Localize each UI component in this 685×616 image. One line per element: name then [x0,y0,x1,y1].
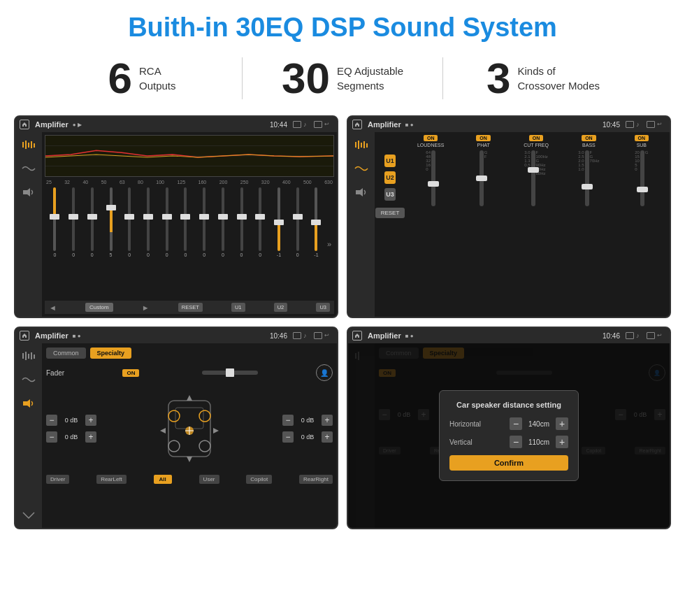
btn-all[interactable]: All [154,475,172,484]
sub-on-badge[interactable]: ON [635,135,649,141]
phat-on-badge[interactable]: ON [476,135,491,141]
screens-grid: Amplifier ● ▶ 10:44 ♪ ↩ [0,110,685,536]
dialog-horizontal-label: Horizontal [449,420,481,428]
fader-left: − 0 dB + − 0 dB + [46,415,96,443]
eq-right-arrow[interactable]: » [326,187,333,301]
fader-plus-3[interactable]: + [322,415,333,426]
fader-db-val-4: 0 dB [296,434,319,440]
tab-common[interactable]: Common [46,348,86,359]
phat-slider[interactable] [480,150,484,206]
fader-plus-4[interactable]: + [322,431,333,443]
eq-slider-13[interactable]: -1 [271,187,288,257]
screen2-icon-1 [626,121,634,128]
svg-rect-2 [22,142,24,148]
stat-crossover: 3 Kinds ofCrossover Modes [443,57,643,100]
svg-point-30 [199,440,210,452]
expand-icon-3[interactable] [20,508,38,522]
fader-minus-4[interactable]: − [282,431,294,443]
btn-user[interactable]: User [199,475,219,484]
dialog-confirm-button[interactable]: Confirm [449,455,568,471]
eq-u1-btn[interactable]: U1 [231,303,245,312]
eq-freq-labels: 2532405063 80100125160200 25032040050063… [45,180,334,185]
user-icon-circle[interactable]: 👤 [316,364,333,381]
wave-icon-1[interactable] [20,162,38,176]
eq-slider-10[interactable]: 0 [214,187,231,257]
fader-minus-2[interactable]: − [46,431,57,443]
screen4-dots: ■ ● [405,333,414,339]
screen1-content: 2532405063 80100125160200 25032040050063… [15,132,337,317]
eq-slider-11[interactable]: 0 [233,187,250,257]
eq-prev-arrow[interactable]: ◄ [49,303,57,312]
eq-slider-15[interactable]: -1 [308,187,325,257]
dialog-title: Car speaker distance setting [449,401,568,409]
fader-tabs: Common Specialty [46,348,333,359]
speaker-icon-1[interactable] [20,185,38,199]
svg-rect-13 [358,141,359,149]
eq-slider-8[interactable]: 0 [177,187,194,257]
bass-on-badge[interactable]: ON [582,135,596,141]
screen2-status-bar: Amplifier ■ ● 10:45 ♪ ↩ [348,117,670,132]
eq-slider-3[interactable]: 0 [83,187,101,257]
eq-reset-btn[interactable]: RESET [178,303,203,312]
svg-rect-12 [355,142,356,148]
stat-number-3: 3 [486,57,510,100]
channel-u3[interactable]: U3 [384,188,396,201]
loudness-label: LOUDNESS [417,143,445,148]
screen1-icon-3 [314,121,322,128]
fader-minus-3[interactable]: − [282,415,294,426]
dialog-horizontal-plus[interactable]: + [556,417,568,430]
fader-db-row-2: − 0 dB + [46,431,96,443]
eq-next-arrow[interactable]: ► [142,303,150,312]
svg-rect-19 [22,353,24,359]
eq-slider-2[interactable]: 0 [65,187,82,257]
dialog-vertical-plus[interactable]: + [556,436,568,448]
speaker-icon-3[interactable] [20,396,38,410]
eq-slider-12[interactable]: 0 [252,187,269,257]
eq-slider-4[interactable]: 5 [102,187,120,257]
eq-slider-14[interactable]: 0 [289,187,306,257]
eq-u3-btn[interactable]: U3 [316,303,330,312]
svg-marker-36 [160,428,166,434]
btn-driver[interactable]: Driver [46,475,69,484]
loudness-slider[interactable] [431,150,435,206]
sub-slider[interactable] [640,150,644,206]
reset-btn-s2[interactable]: RESET [375,208,405,218]
cutfreq-slider[interactable] [531,150,535,206]
fader-plus-1[interactable]: + [85,415,96,426]
dialog-horizontal-minus[interactable]: − [510,417,522,430]
wave-icon-3[interactable] [20,373,38,387]
cutfreq-on-badge[interactable]: ON [529,135,544,141]
eq-slider-7[interactable]: 0 [158,187,175,257]
tab-specialty[interactable]: Specialty [90,348,132,359]
channel-u2[interactable]: U2 [384,171,396,184]
eq-slider-5[interactable]: 0 [121,187,138,257]
screen1-status-bar: Amplifier ● ▶ 10:44 ♪ ↩ [15,117,337,132]
speaker-icon-2[interactable] [352,185,370,199]
btn-rearleft[interactable]: RearLeft [96,475,127,484]
phat-col: ON PHAT GF [458,135,508,314]
channel-u1[interactable]: U1 [384,155,396,167]
loudness-on-badge[interactable]: ON [424,135,438,141]
dialog-vertical-minus[interactable]: − [510,436,522,448]
eq-u2-btn[interactable]: U2 [274,303,288,312]
svg-marker-38 [355,334,359,338]
eq-slider-6[interactable]: 0 [140,187,157,257]
stat-rca: 6 RCAOutputs [42,57,242,100]
eq-slider-1[interactable]: 0 [46,187,64,257]
eq-icon-2[interactable] [352,138,370,152]
eq-slider-9[interactable]: 0 [196,187,213,257]
bass-slider[interactable] [585,150,589,206]
fader-minus-1[interactable]: − [46,415,57,426]
svg-marker-11 [355,122,359,127]
wave-icon-2[interactable] [352,162,370,176]
fader-on-badge[interactable]: ON [122,369,139,377]
screen1: Amplifier ● ▶ 10:44 ♪ ↩ [14,115,338,318]
fader-db-val-1: 0 dB [60,417,82,424]
screen2-icon-2: ♪ [636,121,644,128]
fader-plus-2[interactable]: + [85,431,96,443]
fader-slider-h[interactable] [202,371,258,375]
btn-copilot[interactable]: Copilot [246,475,272,484]
btn-rearright[interactable]: RearRight [299,475,333,484]
eq-icon-3[interactable] [20,349,38,363]
eq-icon-1[interactable] [20,138,38,152]
